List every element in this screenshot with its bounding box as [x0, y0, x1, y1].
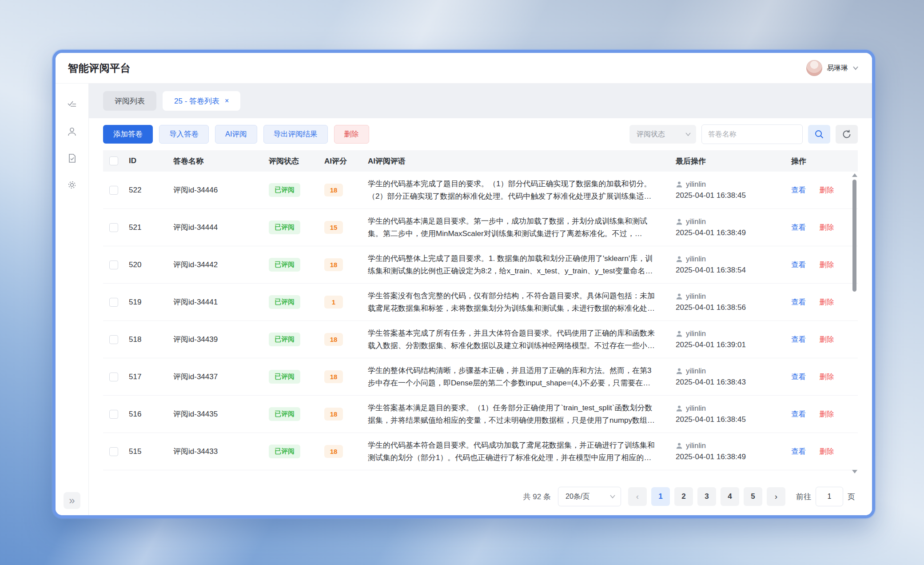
last-op-time: 2025-04-01 16:38:49 [676, 453, 746, 461]
next-page-button[interactable]: › [767, 487, 785, 506]
ai-comment: 学生答案基本满足题目的要求。（1）任务部分正确使用了`train_test_sp… [368, 402, 655, 426]
view-link[interactable]: 查看 [791, 260, 806, 268]
view-link[interactable]: 查看 [791, 447, 806, 455]
avatar[interactable] [806, 60, 822, 76]
delete-button[interactable]: 删除 [334, 125, 369, 144]
row-checkbox[interactable] [109, 223, 118, 232]
status-badge: 已评阅 [269, 370, 300, 384]
status-filter-select[interactable]: 评阅状态 [629, 125, 696, 144]
view-link[interactable]: 查看 [791, 186, 806, 194]
last-op-time: 2025-04-01 16:39:01 [676, 341, 746, 349]
page-button-2[interactable]: 2 [674, 487, 693, 506]
ai-comment: 学生的代码基本符合题目要求。代码成功加载了鸢尾花数据集，并正确进行了训练集和测试… [368, 439, 655, 464]
prev-page-button[interactable]: ‹ [628, 487, 647, 506]
person-icon [676, 218, 683, 225]
sidebar: » [56, 84, 89, 515]
app-header: 智能评阅平台 易琳琳 [56, 53, 872, 84]
delete-link[interactable]: 删除 [819, 373, 834, 381]
page-size-select[interactable]: 20条/页 [558, 487, 621, 506]
view-link[interactable]: 查看 [791, 335, 806, 343]
row-checkbox[interactable] [109, 186, 118, 195]
row-checkbox[interactable] [109, 335, 118, 344]
header-last-op: 最后操作 [676, 156, 791, 166]
delete-link[interactable]: 删除 [819, 410, 834, 418]
row-checkbox[interactable] [109, 298, 118, 307]
delete-link[interactable]: 删除 [819, 447, 834, 455]
tab-review-list[interactable]: 评阅列表 [103, 91, 156, 111]
document-check-icon[interactable] [62, 148, 82, 168]
pagination: 共 92 条 20条/页 ‹ 12345› 前往 页 [103, 478, 858, 515]
row-name: 评阅id-34444 [173, 222, 269, 232]
page-button-4[interactable]: 4 [721, 487, 739, 506]
page-button-3[interactable]: 3 [697, 487, 716, 506]
user-icon[interactable] [62, 122, 82, 141]
answer-name-input[interactable] [701, 124, 803, 144]
app-title: 智能评阅平台 [68, 61, 131, 75]
operator-name: yilinlin [686, 367, 706, 375]
person-icon [676, 368, 683, 375]
table-row: 517 评阅id-34437 已评阅 18 学生的整体代码结构清晰，步骤基本正确… [103, 358, 858, 396]
row-id: 520 [129, 260, 173, 269]
view-link[interactable]: 查看 [791, 410, 806, 418]
row-checkbox[interactable] [109, 260, 118, 269]
header-name: 答卷名称 [173, 156, 269, 166]
view-link[interactable]: 查看 [791, 298, 806, 306]
ai-comment: 学生答案没有包含完整的代码，仅有部分结构，不符合题目要求。具体问题包括：未加载鸢… [368, 290, 655, 314]
person-icon [676, 330, 683, 337]
select-all-checkbox[interactable] [109, 156, 118, 165]
answers-table: ID 答卷名称 评阅状态 AI评分 AI评阅评语 最后操作 操作 522 评阅i… [103, 150, 858, 478]
review-list-icon[interactable] [62, 95, 82, 115]
view-link[interactable]: 查看 [791, 373, 806, 381]
row-id: 521 [129, 223, 173, 232]
chevron-down-icon [852, 66, 859, 70]
row-id: 515 [129, 447, 173, 456]
row-checkbox[interactable] [109, 373, 118, 381]
score-badge: 18 [324, 333, 343, 346]
export-results-button[interactable]: 导出评阅结果 [263, 125, 328, 144]
status-badge: 已评阅 [269, 258, 300, 272]
import-answer-button[interactable]: 导入答卷 [159, 125, 209, 144]
user-menu[interactable]: 易琳琳 [806, 60, 859, 76]
row-checkbox[interactable] [109, 410, 118, 419]
score-badge: 1 [324, 296, 343, 309]
delete-link[interactable]: 删除 [819, 335, 834, 343]
status-badge: 已评阅 [269, 295, 300, 309]
search-button[interactable] [808, 125, 830, 144]
delete-link[interactable]: 删除 [819, 260, 834, 268]
tab-answer-list[interactable]: 25 - 答卷列表 × [163, 91, 240, 111]
page-unit-label: 页 [848, 492, 855, 502]
user-name: 易琳琳 [827, 64, 848, 73]
table-row: 516 评阅id-34435 已评阅 18 学生答案基本满足题目的要求。（1）任… [103, 396, 858, 433]
ai-comment: 学生的整体代码结构清晰，步骤基本正确，并且适用了正确的库和方法。然而，在第3步中… [368, 365, 655, 389]
operator-name: yilinlin [686, 180, 706, 188]
person-icon [676, 256, 683, 263]
delete-link[interactable]: 删除 [819, 223, 834, 231]
ai-review-button[interactable]: AI评阅 [215, 125, 257, 144]
add-answer-button[interactable]: 添加答卷 [103, 125, 153, 144]
page-button-5[interactable]: 5 [744, 487, 762, 506]
row-id: 519 [129, 298, 173, 307]
refresh-button[interactable] [836, 125, 858, 144]
operator-name: yilinlin [686, 404, 706, 413]
person-icon [676, 181, 683, 188]
goto-page-input[interactable] [816, 487, 843, 506]
person-icon [676, 405, 683, 412]
row-name: 评阅id-34437 [173, 372, 269, 382]
total-count: 共 92 条 [523, 492, 551, 502]
row-id: 522 [129, 186, 173, 195]
row-checkbox[interactable] [109, 447, 118, 456]
gear-icon[interactable] [62, 175, 82, 195]
delete-link[interactable]: 删除 [819, 186, 834, 194]
chevron-down-icon [685, 132, 691, 136]
page-button-1[interactable]: 1 [651, 487, 670, 506]
person-icon [676, 442, 683, 449]
status-badge: 已评阅 [269, 407, 300, 421]
view-link[interactable]: 查看 [791, 223, 806, 231]
delete-link[interactable]: 删除 [819, 298, 834, 306]
operator-name: yilinlin [686, 217, 706, 226]
tab-close-icon[interactable]: × [225, 97, 229, 104]
table-row: 522 评阅id-34446 已评阅 18 学生的代码基本完成了题目的要求。（1… [103, 172, 858, 209]
table-header-row: ID 答卷名称 评阅状态 AI评分 AI评阅评语 最后操作 操作 [103, 150, 858, 172]
sidebar-collapse-button[interactable]: » [64, 492, 80, 509]
ai-comment: 学生的代码基本满足题目要求。第一步中，成功加载了数据，并划分成训练集和测试集。第… [368, 215, 655, 240]
